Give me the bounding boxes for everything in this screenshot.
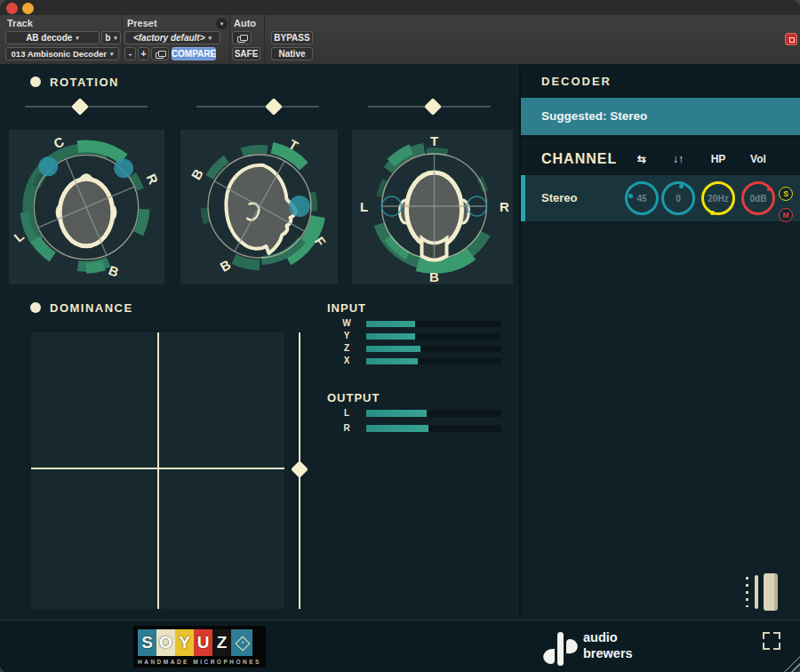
chevron-down-icon: ▾ [76,35,79,42]
head-side-view-silhouette [226,165,295,253]
soyuz-tagline: HANDMADE MICROPHONES [138,659,261,665]
slider-handle[interactable] [265,98,283,116]
audio-brewers-icon [540,627,580,666]
slider-handle[interactable] [291,460,308,478]
rotation-display-top-view[interactable]: CRBL [9,130,164,284]
mute-button[interactable]: M [779,208,793,222]
knob-hp[interactable]: 20Hz [701,181,735,215]
chevron-down-icon: ▾ [110,51,114,58]
output-meter-r: R [327,424,501,433]
toolbar-divider [122,15,123,64]
slider-handle[interactable] [424,98,442,116]
output-meters: L R [327,409,501,439]
chevron-down-icon: ▾ [209,35,212,42]
meter-fill [366,410,427,417]
head-axis-label: T [430,133,438,148]
toolbar-divider [264,15,265,64]
slider-handle[interactable] [71,98,89,116]
output-meter-l: L [327,409,501,418]
preset-decrement-button[interactable]: - [124,47,136,60]
knob-value: 0 [676,194,681,204]
head-axis-label: L [360,199,368,214]
auto-enable-button[interactable] [232,31,252,44]
input-meter-y: Y [327,332,501,340]
channel-table-header: CHANNEL ⇆↓↑HPVol [521,142,800,176]
track-section-label: Track [7,18,33,28]
plugin-body: ROTATION CRBL [0,64,800,620]
rotation-display-back-view[interactable]: TRBL [352,130,513,284]
soyuz-brand-tile [231,629,252,656]
head-top-view-silhouette [56,175,117,246]
head-axis-label: R [144,172,161,187]
meter-track [366,410,501,417]
meter-track [366,333,501,340]
suggested-format-banner[interactable]: Suggested: Stereo [521,98,800,135]
preset-section-label: Preset [127,18,157,28]
rotation-section-label: ROTATION [50,76,119,89]
panel-toggle-button[interactable] [746,572,787,610]
plugin-select[interactable]: 013 Ambisonic Decoder▾ [5,47,119,60]
plugin-window: Track Preset ▾ Auto AB decode▾ b▾ <facto… [0,0,800,672]
rotation-slider-yaw[interactable] [25,106,148,108]
channel-header-label: CHANNEL [541,151,617,167]
knob-vol[interactable]: 0dB [741,181,775,215]
column-header-elevation: ↓↑ [673,153,684,165]
preset-menu-icon[interactable]: ▾ [216,18,228,29]
titlebar [0,0,800,15]
dominance-z-slider[interactable] [299,332,300,609]
input-meter-z: Z [327,344,501,353]
compare-button[interactable]: COMPARE [172,47,216,60]
rotation-enable-dot[interactable] [30,76,41,87]
knob-indicator-dot [710,211,715,215]
rotation-display-side-view[interactable]: TBBF [180,130,338,284]
channel-name: Stereo [541,191,577,204]
preset-increment-button[interactable]: + [138,47,149,60]
knob-indicator-dot [767,187,772,191]
head-axis-label: B [218,257,234,275]
bypass-button[interactable]: BYPASS [271,31,313,44]
soyuz-letter-tile: Z [212,629,231,656]
native-button[interactable]: Native [271,47,313,60]
solo-button[interactable]: S [779,187,793,201]
meter-channel-label: W [327,319,366,328]
safe-button[interactable]: SAFE [232,47,260,60]
meter-channel-label: Y [327,332,366,340]
output-select[interactable]: b▾ [101,31,121,44]
meter-channel-label: L [327,409,366,418]
librarian-menu-button[interactable] [151,47,169,60]
channel-row-stereo[interactable]: Stereo 45020Hz0dBSM [521,175,800,221]
preset-select[interactable]: <factory default>▾ [124,31,220,44]
panel-toggle-dots-icon [746,577,748,607]
minimize-window-button[interactable] [22,3,34,14]
dominance-cross-horizontal [31,468,284,469]
window-resize-handle[interactable] [784,656,800,672]
soyuz-logo: SOYUZ HANDMADE MICROPHONES [133,626,266,668]
dominance-enable-dot[interactable] [30,302,41,313]
panel-toggle-bar-icon [755,575,758,609]
fullscreen-button[interactable] [763,632,780,650]
soyuz-letter-tile: O [156,629,175,656]
rotation-slider-roll[interactable] [368,106,491,108]
plugin-header-toolbar: Track Preset ▾ Auto AB decode▾ b▾ <facto… [0,15,800,65]
input-meter-x: X [327,356,501,365]
knob-elevation[interactable]: 0 [661,181,695,215]
channel-accent-bar [521,175,525,221]
rotation-slider-pitch[interactable] [196,106,319,108]
close-window-button[interactable] [6,3,18,14]
meter-fill [366,358,418,364]
meter-channel-label: X [327,356,366,365]
column-header-hp: HP [711,153,726,165]
meter-fill [366,333,415,340]
knob-pan-swap[interactable]: 45 [625,181,659,215]
track-select[interactable]: AB decode▾ [5,31,100,44]
chevron-down-icon: ▾ [114,35,117,42]
meter-track [366,358,501,364]
meter-channel-label: R [327,424,366,433]
target-button[interactable] [785,33,797,45]
head-axis-label: R [500,199,509,214]
panel-gap [521,135,800,142]
decoder-title: DECODER [541,75,612,88]
dominance-xy-pad[interactable] [31,332,284,609]
meter-fill [366,425,428,432]
audio-brewers-wordmark: audio brewers [583,629,633,661]
